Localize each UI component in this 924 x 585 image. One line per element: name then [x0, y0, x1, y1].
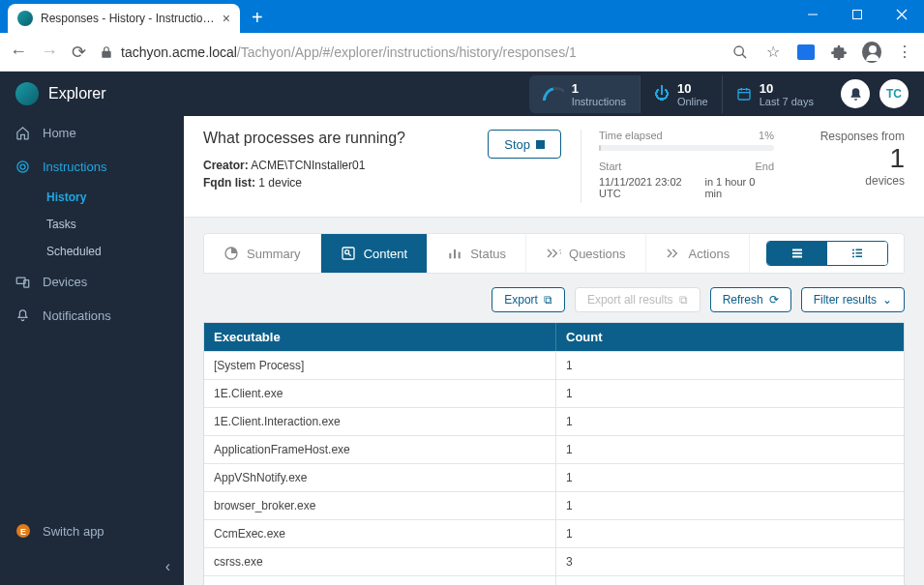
- notifications-button[interactable]: [841, 79, 870, 108]
- comment-icon[interactable]: [796, 43, 816, 62]
- star-icon[interactable]: ☆: [763, 43, 783, 62]
- actions-icon: [666, 246, 681, 261]
- sidebar-label: Instructions: [43, 160, 106, 174]
- table-row[interactable]: csrss.exe3: [204, 547, 904, 575]
- sidebar-sub-tasks[interactable]: Tasks: [0, 211, 184, 238]
- maximize-button[interactable]: [835, 0, 879, 29]
- sidebar-label: Notifications: [43, 308, 111, 323]
- cell-count: 1: [555, 352, 904, 379]
- filter-button[interactable]: Filter results⌄: [801, 287, 905, 312]
- url-path: /Tachyon/App/#/explorer/instructions/his…: [237, 44, 577, 60]
- content-icon: [341, 246, 356, 261]
- view-list-button[interactable]: [827, 242, 887, 265]
- panel-tabs: Summary Content Status ?Questions Action…: [203, 233, 905, 274]
- profile-icon[interactable]: [862, 43, 881, 62]
- cell-executable: CcmExec.exe: [204, 520, 555, 547]
- sidebar-sub-history[interactable]: History: [0, 184, 184, 211]
- summary-icon: [224, 246, 239, 261]
- column-header-executable[interactable]: Executable: [204, 323, 555, 351]
- instruction-info-panel: What processes are running? Stop Creator…: [184, 116, 924, 218]
- cell-count: 1: [555, 380, 904, 407]
- sidebar-item-home[interactable]: Home: [0, 116, 184, 150]
- new-tab-button[interactable]: +: [240, 7, 275, 33]
- switch-app-button[interactable]: E Switch app: [0, 513, 184, 548]
- tab-status[interactable]: Status: [428, 234, 526, 273]
- cell-count: 1: [555, 492, 904, 519]
- export-button[interactable]: Export⧉: [492, 287, 565, 312]
- table-row[interactable]: 1E.Client.exe1: [204, 379, 904, 407]
- cell-executable: 1E.Client.exe: [204, 380, 555, 407]
- tab-summary[interactable]: Summary: [204, 234, 321, 273]
- tab-content[interactable]: Content: [321, 234, 429, 273]
- address-bar[interactable]: tachyon.acme.local/Tachyon/App/#/explore…: [100, 44, 717, 60]
- search-icon[interactable]: [730, 43, 750, 62]
- forward-button[interactable]: →: [41, 42, 58, 62]
- table-row[interactable]: [System Process]1: [204, 351, 904, 379]
- stop-icon: [536, 140, 545, 149]
- close-window-button[interactable]: [879, 0, 924, 29]
- column-header-count[interactable]: Count: [555, 323, 904, 351]
- sidebar-label: Home: [43, 126, 76, 140]
- refresh-icon: ⟳: [769, 293, 779, 307]
- svg-point-31: [852, 256, 854, 258]
- svg-text:?: ?: [558, 248, 561, 256]
- cell-count: 1: [555, 464, 904, 491]
- table-row[interactable]: ApplicationFrameHost.exe1: [204, 435, 904, 463]
- export-all-button: Export all results⧉: [575, 287, 700, 312]
- browser-tab[interactable]: Responses - History - Instructions ×: [8, 4, 240, 33]
- user-avatar[interactable]: TC: [879, 79, 909, 108]
- sidebar-item-notifications[interactable]: Notifications: [0, 299, 184, 333]
- stop-button[interactable]: Stop: [488, 130, 561, 159]
- reload-button[interactable]: ⟳: [72, 42, 86, 63]
- view-table-button[interactable]: [767, 242, 827, 265]
- stat-period[interactable]: 10Last 7 days: [722, 75, 827, 113]
- cell-count: 1: [555, 520, 904, 547]
- svg-rect-6: [738, 89, 750, 100]
- back-button[interactable]: ←: [10, 42, 27, 62]
- svg-rect-24: [792, 249, 802, 251]
- power-icon: ⏻: [654, 85, 670, 102]
- sidebar-label: Devices: [43, 275, 87, 289]
- table-row[interactable]: CcmExec.exe1: [204, 519, 904, 547]
- external-link-icon: ⧉: [679, 293, 688, 307]
- app-brand[interactable]: Explorer: [15, 82, 106, 105]
- collapse-sidebar-button[interactable]: ‹: [0, 548, 184, 585]
- cell-count: 1: [555, 436, 904, 463]
- sidebar-item-instructions[interactable]: Instructions: [0, 150, 184, 184]
- cell-executable: browser_broker.exe: [204, 492, 555, 519]
- sidebar-label: Switch app: [43, 524, 104, 539]
- devices-icon: [15, 275, 31, 289]
- tab-actions[interactable]: Actions: [646, 234, 751, 273]
- responses-label: Responses from: [793, 130, 905, 143]
- svg-rect-30: [856, 252, 863, 254]
- close-tab-icon[interactable]: ×: [223, 11, 230, 26]
- menu-icon[interactable]: ⋮: [895, 43, 914, 62]
- tab-questions[interactable]: ?Questions: [526, 234, 646, 273]
- view-toggle: [766, 241, 888, 266]
- progress-bar: [599, 145, 774, 151]
- cell-executable: [System Process]: [204, 352, 555, 379]
- status-icon: [447, 246, 462, 261]
- extensions-icon[interactable]: [829, 43, 849, 62]
- svg-text:E: E: [20, 527, 26, 537]
- table-row[interactable]: AppVShNotify.exe1: [204, 463, 904, 491]
- table-row[interactable]: 1E.Client.Interaction.exe1: [204, 407, 904, 435]
- svg-rect-28: [856, 249, 863, 251]
- instruction-question: What processes are running?: [203, 130, 405, 147]
- cell-executable: ctfmon.exe: [204, 576, 555, 585]
- favicon-icon: [17, 11, 33, 26]
- browser-toolbar: ← → ⟳ tachyon.acme.local/Tachyon/App/#/e…: [0, 33, 924, 72]
- minimize-button[interactable]: [790, 0, 835, 29]
- chevron-down-icon: ⌄: [882, 293, 892, 307]
- table-row[interactable]: ctfmon.exe1: [204, 575, 904, 585]
- gauge-icon: [543, 87, 564, 101]
- external-link-icon: ⧉: [544, 293, 552, 307]
- table-row[interactable]: browser_broker.exe1: [204, 491, 904, 519]
- stat-instructions[interactable]: 1Instructions: [529, 75, 640, 113]
- elapsed-label: Time elapsed: [599, 130, 663, 141]
- svg-point-11: [20, 164, 25, 169]
- refresh-button[interactable]: Refresh⟳: [710, 287, 791, 312]
- stat-online[interactable]: ⏻ 10Online: [640, 75, 722, 113]
- sidebar-item-devices[interactable]: Devices: [0, 265, 184, 299]
- sidebar-sub-scheduled[interactable]: Scheduled: [0, 238, 184, 265]
